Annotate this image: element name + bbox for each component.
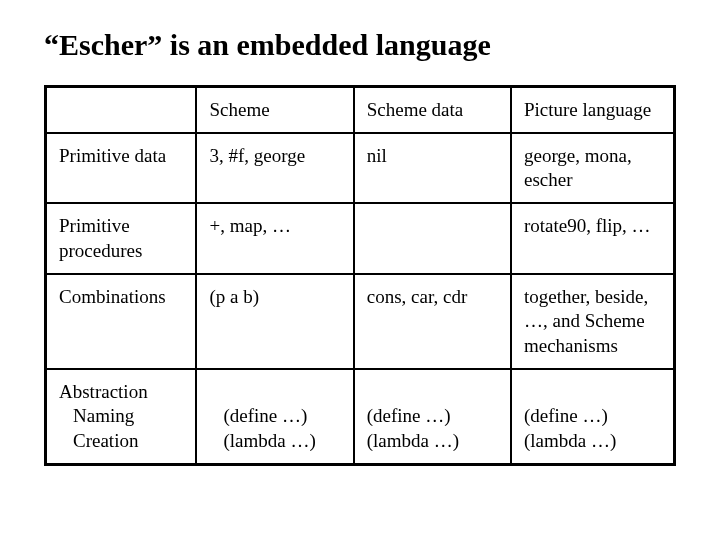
header-picture-language: Picture language — [511, 86, 675, 133]
cell: (define …) (lambda …) — [196, 369, 353, 464]
cell: together, beside, …, and Scheme mechanis… — [511, 274, 675, 369]
page-title: “Escher” is an embedded language — [44, 28, 676, 63]
comparison-table: Scheme Scheme data Picture language Prim… — [44, 85, 676, 466]
cell-line: (lambda …) — [209, 429, 340, 453]
cell-line: (lambda …) — [367, 429, 498, 453]
table-header-row: Scheme Scheme data Picture language — [46, 86, 675, 133]
cell: 3, #f, george — [196, 133, 353, 204]
table-row: Primitive data 3, #f, george nil george,… — [46, 133, 675, 204]
cell: (define …) (lambda …) — [511, 369, 675, 464]
row-label: Primitive data — [46, 133, 197, 204]
cell-line: (define …) — [524, 404, 661, 428]
header-scheme-data: Scheme data — [354, 86, 511, 133]
cell: rotate90, flip, … — [511, 203, 675, 274]
table-row: Primitive procedures +, map, … rotate90,… — [46, 203, 675, 274]
cell-line: (define …) — [209, 404, 340, 428]
cell: (define …) (lambda …) — [354, 369, 511, 464]
header-scheme: Scheme — [196, 86, 353, 133]
row-label-abstraction: Abstraction Naming Creation — [46, 369, 197, 464]
cell: cons, car, cdr — [354, 274, 511, 369]
row-label: Combinations — [46, 274, 197, 369]
table-row: Abstraction Naming Creation (define …) (… — [46, 369, 675, 464]
blank-line — [524, 381, 529, 402]
row-label: Primitive procedures — [46, 203, 197, 274]
header-empty — [46, 86, 197, 133]
cell: nil — [354, 133, 511, 204]
table-row: Combinations (p a b) cons, car, cdr toge… — [46, 274, 675, 369]
label-sub-creation: Creation — [59, 429, 183, 453]
blank-line — [209, 381, 214, 402]
blank-line — [367, 381, 372, 402]
cell: +, map, … — [196, 203, 353, 274]
label-main: Abstraction — [59, 381, 148, 402]
cell: (p a b) — [196, 274, 353, 369]
cell — [354, 203, 511, 274]
cell-line: (lambda …) — [524, 429, 661, 453]
cell: george, mona, escher — [511, 133, 675, 204]
slide: “Escher” is an embedded language Scheme … — [0, 0, 720, 466]
label-sub-naming: Naming — [59, 404, 183, 428]
cell-line: (define …) — [367, 404, 498, 428]
